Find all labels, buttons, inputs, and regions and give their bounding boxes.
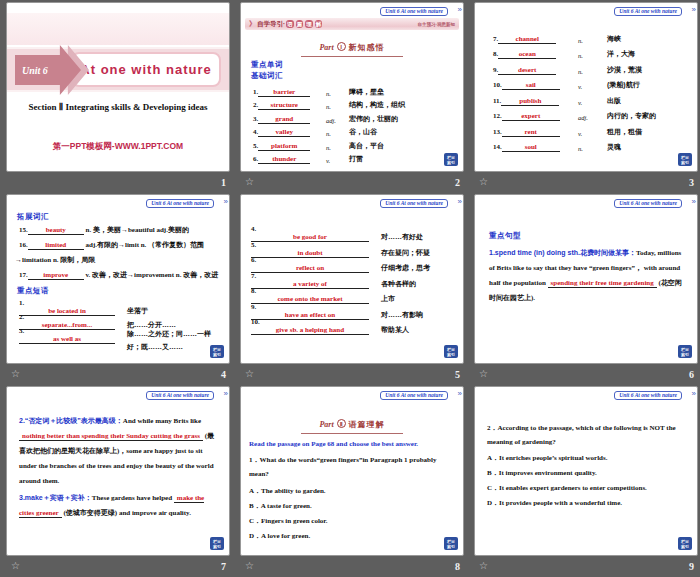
option-a: A．It enriches people’s spiritual worlds. [487,451,687,466]
vocab-extension-line: 16.limited adj.有限的→limit n. （常作复数）范围 [19,239,221,252]
slide-cell-4: » Unit 6 At one with nature 拓展词汇 15.beau… [6,194,232,386]
answer-blank: beauty [28,226,84,235]
option-b: B．It improves environment quality. [487,466,687,481]
option-b: B．A taste for green. [249,499,453,514]
banner-title: 自学导引· [257,20,285,29]
badge-text: 索引 [444,544,458,549]
word-meaning: 租用，租借 [607,127,689,137]
slide-cell-1: At one with nature Unit 6 Section Ⅱ Inte… [6,2,232,194]
vocab-row: 3.grand adj. 宏伟的，壮丽的 [253,110,455,124]
unit-header-tab: Unit 6 At one with nature [380,199,448,208]
part-of-speech: n. [323,144,349,151]
unit-label: Unit 6 [15,65,48,76]
slide-thumbnail-4[interactable]: » Unit 6 At one with nature 拓展词汇 15.beau… [6,194,230,364]
phrase-meaning: 仔细考虑，思考 [381,263,455,273]
section-heading-key-phrases: 重点短语 [17,286,229,296]
slide-cell-8: » Unit 6 At one with nature PartⅡ语篇理解 Re… [240,386,466,577]
banner-subtitle: 自主预习·洞悉新知 [418,22,456,27]
word-meaning: 内行的，专家的 [607,111,689,121]
item-number: 2. [19,313,24,321]
word-meaning: 洋，大海 [607,49,689,59]
answer-blank: rent [502,128,560,137]
derivation-text: adj.有限的→limit n. （常作复数）范围 [84,241,204,249]
word-meaning: 宏伟的，壮丽的 [349,114,455,124]
phrase-meaning: 坐落于 [127,306,221,316]
slide-thumbnail-3[interactable]: » Unit 6 At one with nature 7.channel n.… [474,2,698,172]
sentence-pattern-paragraph: 3.make＋宾语＋宾补：These gardens have helped m… [19,490,219,521]
phrase-meaning: 对……有好处 [381,232,455,242]
part-of-speech: v. [575,99,607,106]
vocab-row: 14.soul n. 灵魂 [493,137,689,153]
part-heading: PartⅡ语篇理解 [241,413,463,434]
phrase-row: 1.be located in 坐落于 [19,299,221,313]
answer-fill: nothing better than spending their Sunda… [19,432,203,441]
phrase-meaning: 上市 [381,294,455,304]
answer-blank: soul [502,143,560,152]
phrase-row: 7.a variety of 各种各样的 [251,272,455,288]
phrase-meaning: 除……之外还；同……一样好；既……又…… [127,327,221,353]
item-number: 17. [19,271,28,279]
slide-number: 6 [689,369,694,380]
slide-thumbnail-6[interactable]: » Unit 6 At one with nature 重点句型 1.spend… [474,194,698,364]
answer-blank: platform [258,142,310,151]
badge-text: 索引 [444,352,458,357]
transition-star-icon: ☆ [11,561,20,571]
banner-chip: 解 [315,20,323,28]
item-number: 10. [493,81,502,89]
phrase-row: 9.have an effect on 对……有影响 [251,303,455,319]
vocab-row: 4.valley n. 谷，山谷 [253,124,455,138]
slide-number: 7 [221,561,226,572]
part-title: 新知感悟 [349,43,385,52]
part-of-speech: v. [575,83,607,90]
vocab-row: 12.expert adj. 内行的，专家的 [493,106,689,122]
banner-chip: 语 [286,20,294,28]
part-of-speech: n. [323,130,349,137]
question-text: 1．What do the words“green fingers”in Par… [249,453,453,481]
unit-header-tab: Unit 6 At one with nature [146,391,214,400]
answer-blank: ocean [498,50,556,59]
thumbnail-strip: ☆ 8 [240,556,466,576]
section-subtitle: Section Ⅱ Integrating skills & Developin… [7,102,229,112]
word-meaning: 灵魂 [607,142,689,152]
phrase-row: 4.be good for 对……有好处 [251,225,455,241]
slide-thumbnail-8[interactable]: » Unit 6 At one with nature PartⅡ语篇理解 Re… [240,386,464,556]
answer-blank: structure [258,101,310,110]
vocab-extension-line: 17.improve v. 改善，改进→improvement n. 改善，改进 [19,269,221,282]
vocab-row: 11.publish v. 出版 [493,90,689,106]
slide-thumbnail-7[interactable]: » Unit 6 At one with nature 2.“否定词＋比较级”表… [6,386,230,556]
transition-star-icon: ☆ [245,177,254,187]
badge-text: 索引 [210,544,224,549]
slide-cell-9: » Unit 6 At one with nature 2．According … [474,386,700,577]
answer-blank: valley [258,128,310,137]
slide-cell-5: » Unit 6 At one with nature 4.be good fo… [240,194,466,386]
unit-header-tab: Unit 6 At one with nature [614,199,682,208]
item-number: 10. [251,318,260,326]
word-meaning: 高台，平台 [349,141,455,151]
vocab-row: 2.structure n. 结构，构造，组织 [253,97,455,111]
unit-header-tab: Unit 6 At one with nature [614,7,682,16]
slide-title: At one with nature [80,62,211,77]
answer-blank: channel [498,35,556,44]
thumbnail-strip: ☆ 9 [474,556,700,576]
chevron-right-icon: » [224,197,226,207]
part-of-speech: n. [323,103,349,110]
phrase-meaning: 各种各样的 [381,279,455,289]
slide-thumbnail-1[interactable]: At one with nature Unit 6 Section Ⅱ Inte… [6,2,230,172]
option-a: A．The ability to garden. [249,484,453,499]
answer-blank: desert [498,66,556,75]
slide-thumbnail-5[interactable]: » Unit 6 At one with nature 4.be good fo… [240,194,464,364]
item-number: 1. [19,299,24,307]
title-slide-decoration [7,13,229,45]
word-meaning: 出版 [607,96,689,106]
nav-index-badge: 栏目 索引 [678,537,692,550]
part-of-speech: n. [575,145,607,152]
transition-star-icon: ☆ [479,177,488,187]
part-numeral: Ⅰ [337,42,346,51]
slide-thumbnail-2[interactable]: » Unit 6 At one with nature 》 自学导引· 语 篇 … [240,2,464,172]
slide-cell-3: » Unit 6 At one with nature 7.channel n.… [474,2,700,194]
answer-fill: spending their free time gardening [548,279,657,288]
slide-thumbnail-9[interactable]: » Unit 6 At one with nature 2．According … [474,386,698,556]
slide-number: 2 [455,177,460,188]
chevron-right-icon: » [692,5,694,15]
part-label: Part [319,420,333,429]
